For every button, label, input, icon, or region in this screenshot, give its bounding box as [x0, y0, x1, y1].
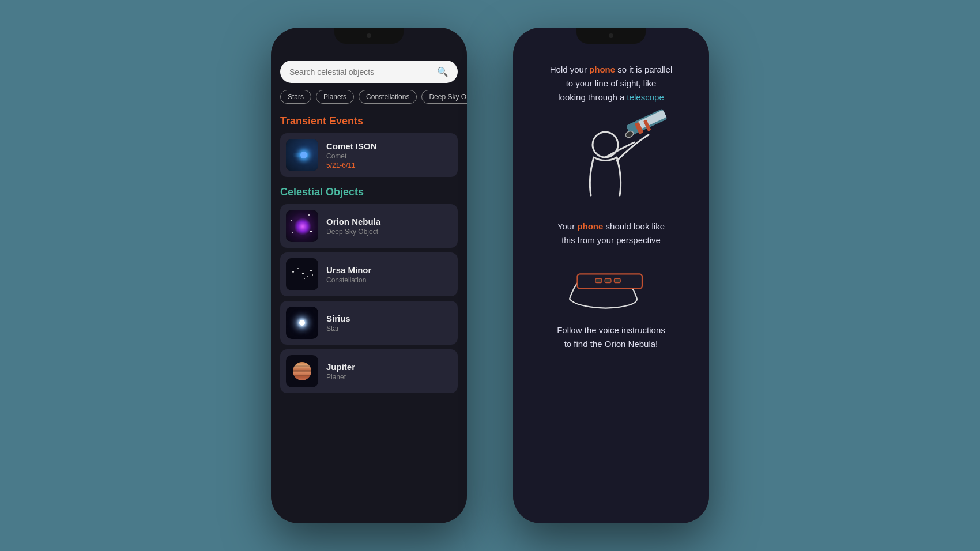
orion-nebula-type: Deep Sky Object: [326, 228, 452, 236]
right-phone: Hold your phone so it is parallel to you…: [513, 28, 709, 523]
transient-section-title: Transient Events: [271, 111, 467, 133]
ursa-minor-info: Ursa Minor Constellation: [326, 265, 452, 284]
comet-ison-thumb: [286, 139, 318, 171]
filter-tab-planets[interactable]: Planets: [316, 90, 354, 104]
bottom-instruction: Follow the voice instructions to find th…: [557, 323, 665, 351]
filter-tab-stars[interactable]: Stars: [280, 90, 311, 104]
svg-rect-9: [614, 278, 620, 282]
right-notch-dot: [609, 33, 613, 38]
comet-ison-date: 5/21-6/11: [326, 161, 452, 169]
svg-rect-8: [605, 278, 611, 282]
sirius-type: Star: [326, 324, 452, 333]
ursa-minor-item[interactable]: Ursa Minor Constellation: [280, 252, 458, 296]
comet-ison-info: Comet ISON Comet 5/21-6/11: [326, 141, 452, 169]
left-phone: 🔍 Stars Planets Constellations Deep Sky …: [271, 28, 467, 523]
ursa-minor-name: Ursa Minor: [326, 265, 452, 275]
ursa-minor-type: Constellation: [326, 276, 452, 284]
hand-phone-illustration: [559, 252, 663, 310]
filter-tabs: Stars Planets Constellations Deep Sky O: [271, 83, 467, 111]
phone-highlight-2: phone: [577, 221, 603, 231]
search-icon: 🔍: [437, 66, 448, 77]
jupiter-thumb: [286, 355, 318, 387]
search-input[interactable]: [289, 67, 432, 77]
jupiter-info: Jupiter Planet: [326, 362, 452, 381]
right-phone-notch: [576, 28, 646, 44]
jupiter-type: Planet: [326, 373, 452, 381]
instruction-text-2: Your phone should look like this from yo…: [557, 220, 665, 247]
orion-nebula-name: Orion Nebula: [326, 217, 452, 227]
filter-tab-deepsky[interactable]: Deep Sky O: [421, 90, 467, 104]
orion-nebula-info: Orion Nebula Deep Sky Object: [326, 217, 452, 236]
filter-tab-constellations[interactable]: Constellations: [359, 90, 417, 104]
svg-rect-7: [595, 278, 602, 282]
telescope-illustration: [553, 109, 669, 213]
phone-highlight-1: phone: [589, 65, 615, 74]
instruction-text-1: Hold your phone so it is parallel to you…: [550, 63, 673, 104]
celestial-section-title: Celestial Objects: [271, 182, 467, 204]
sirius-name: Sirius: [326, 314, 452, 323]
notch-dot: [367, 33, 371, 38]
orion-nebula-thumb: [286, 210, 318, 242]
svg-point-0: [593, 132, 618, 157]
jupiter-name: Jupiter: [326, 362, 452, 372]
telescope-highlight: telescope: [627, 92, 664, 102]
comet-ison-name: Comet ISON: [326, 141, 452, 151]
phone-notch: [334, 28, 404, 44]
comet-ison-item[interactable]: Comet ISON Comet 5/21-6/11: [280, 133, 458, 177]
search-bar[interactable]: 🔍: [280, 61, 458, 83]
sirius-info: Sirius Star: [326, 314, 452, 333]
right-screen: Hold your phone so it is parallel to you…: [513, 28, 709, 523]
comet-ison-type: Comet: [326, 152, 452, 160]
sirius-item[interactable]: Sirius Star: [280, 301, 458, 345]
left-screen: 🔍 Stars Planets Constellations Deep Sky …: [271, 28, 467, 523]
ursa-minor-thumb: [286, 258, 318, 290]
orion-nebula-item[interactable]: Orion Nebula Deep Sky Object: [280, 204, 458, 248]
jupiter-item[interactable]: Jupiter Planet: [280, 349, 458, 393]
sirius-thumb: [286, 307, 318, 339]
